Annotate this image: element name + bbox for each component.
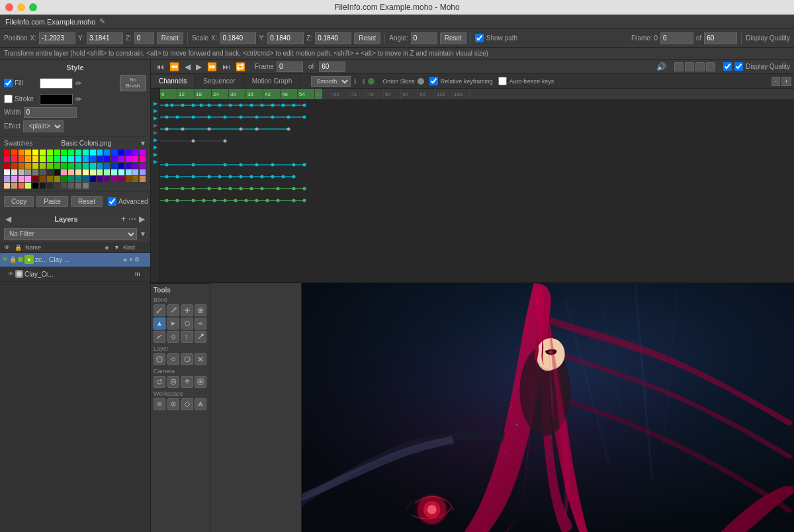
keyframe-dot[interactable] bbox=[208, 127, 211, 130]
swatch-cell[interactable] bbox=[111, 169, 117, 175]
keyframe-dot[interactable] bbox=[192, 187, 195, 190]
keyframe-dot[interactable] bbox=[181, 127, 185, 130]
camera-tool-2[interactable] bbox=[167, 376, 179, 388]
swatch-cell[interactable] bbox=[140, 163, 146, 169]
swatch-cell[interactable] bbox=[32, 150, 38, 155]
layers-menu-btn[interactable]: ⋯ bbox=[127, 214, 138, 224]
keyframe-dot[interactable] bbox=[245, 199, 248, 202]
total-frame-input[interactable] bbox=[319, 62, 345, 72]
no-brush-button[interactable]: NoBrush bbox=[120, 75, 146, 91]
swatch-cell[interactable] bbox=[4, 163, 10, 169]
tab-motion-graph[interactable]: Motion Graph bbox=[244, 75, 301, 87]
swatch-cell[interactable] bbox=[97, 156, 103, 162]
fill-checkbox[interactable] bbox=[4, 79, 13, 87]
fill-pencil-icon[interactable]: ✏ bbox=[75, 79, 82, 88]
display-quality-checkbox2[interactable] bbox=[734, 62, 743, 71]
workspace-tool-3[interactable] bbox=[181, 398, 193, 410]
swatch-cell[interactable] bbox=[140, 150, 146, 155]
keyframe-dot[interactable] bbox=[224, 163, 227, 166]
swatch-cell[interactable] bbox=[47, 169, 53, 175]
keyframe-dot[interactable] bbox=[292, 103, 296, 107]
canvas-area[interactable] bbox=[302, 283, 794, 532]
smooth-select[interactable]: Smooth bbox=[311, 76, 351, 87]
swatch-cell[interactable] bbox=[4, 183, 10, 189]
swatch-cell[interactable] bbox=[68, 169, 74, 175]
swatch-cell[interactable] bbox=[19, 183, 24, 189]
timeline-arrow7[interactable]: ▶ bbox=[154, 144, 157, 150]
swatch-cell[interactable] bbox=[11, 156, 17, 162]
keyframe-dot[interactable] bbox=[165, 127, 169, 130]
swatch-cell[interactable] bbox=[118, 156, 124, 162]
swatch-cell[interactable] bbox=[140, 169, 146, 175]
prev-frame-button[interactable]: ⏪ bbox=[168, 62, 181, 71]
swatch-cell[interactable] bbox=[83, 150, 89, 155]
keyframe-dot[interactable] bbox=[234, 199, 238, 202]
swatch-cell[interactable] bbox=[68, 163, 74, 169]
keyframe-dot[interactable] bbox=[292, 175, 296, 178]
keyframe-dot[interactable] bbox=[192, 199, 195, 202]
reset-button[interactable]: Reset bbox=[71, 196, 103, 207]
swatch-cell[interactable] bbox=[54, 156, 60, 162]
next-button[interactable]: ⏩ bbox=[206, 62, 218, 71]
play-button[interactable]: ▶ bbox=[195, 62, 203, 71]
swatch-cell[interactable] bbox=[25, 169, 31, 175]
swatch-cell[interactable] bbox=[40, 169, 46, 175]
swatch-cell[interactable] bbox=[68, 150, 74, 155]
keyframe-dot[interactable] bbox=[303, 103, 306, 107]
keyframe-dot[interactable] bbox=[255, 199, 259, 202]
fill-color-swatch[interactable] bbox=[40, 78, 73, 89]
swatch-cell[interactable] bbox=[90, 156, 96, 162]
keyframe-dot[interactable] bbox=[176, 115, 179, 118]
copy-button[interactable]: Copy bbox=[4, 196, 34, 207]
workspace-tool-1[interactable] bbox=[154, 398, 165, 410]
keyframe-dot[interactable] bbox=[271, 115, 275, 118]
reset2-button[interactable]: Reset bbox=[354, 32, 380, 44]
swatch-cell[interactable] bbox=[47, 163, 53, 169]
tool-btn-9[interactable] bbox=[154, 331, 165, 343]
swatch-cell[interactable] bbox=[104, 169, 110, 175]
swatch-cell[interactable] bbox=[61, 150, 67, 155]
keyframe-dot[interactable] bbox=[303, 163, 306, 166]
swatch-cell[interactable] bbox=[104, 163, 110, 169]
angle-input[interactable] bbox=[411, 32, 437, 44]
keyframe-dot[interactable] bbox=[255, 163, 259, 166]
filter-select[interactable]: No Filter bbox=[4, 228, 137, 240]
keyframe-dot[interactable] bbox=[176, 175, 179, 178]
swatch-cell[interactable] bbox=[90, 169, 96, 175]
keyframe-dot[interactable] bbox=[192, 175, 195, 178]
keyframe-dot[interactable] bbox=[250, 175, 253, 178]
keyframe-dot[interactable] bbox=[277, 187, 280, 190]
swatch-cell[interactable] bbox=[54, 150, 60, 155]
show-path-checkbox[interactable] bbox=[475, 34, 484, 42]
swatch-cell[interactable] bbox=[111, 156, 117, 162]
swatch-cell[interactable] bbox=[54, 176, 60, 182]
swatch-cell[interactable] bbox=[54, 183, 60, 189]
swatch-cell[interactable] bbox=[54, 169, 60, 175]
swatch-cell[interactable] bbox=[4, 150, 10, 155]
swatch-cell[interactable] bbox=[118, 150, 124, 155]
close-button[interactable] bbox=[5, 3, 13, 11]
swatch-cell[interactable] bbox=[11, 163, 17, 169]
keyframe-dot[interactable] bbox=[261, 103, 264, 107]
keyframe-dot[interactable] bbox=[261, 175, 264, 178]
swatch-cell[interactable] bbox=[19, 176, 24, 182]
keyframe-dot[interactable] bbox=[224, 115, 227, 118]
layer-item[interactable]: 👁 Clay_Cr... In bbox=[0, 267, 150, 282]
layers-add-btn[interactable]: + bbox=[120, 214, 127, 224]
effect-select[interactable]: <plain> bbox=[23, 120, 64, 132]
swatch-cell[interactable] bbox=[40, 163, 46, 169]
swatch-cell[interactable] bbox=[83, 176, 89, 182]
swatch-cell[interactable] bbox=[40, 156, 46, 162]
layer-tool-1[interactable] bbox=[154, 353, 165, 365]
swatch-cell[interactable] bbox=[75, 169, 81, 175]
swatch-cell[interactable] bbox=[25, 156, 31, 162]
next-loop-button[interactable]: ⏭ bbox=[221, 62, 232, 71]
tab-sequencer[interactable]: Sequencer bbox=[195, 75, 243, 87]
tool-btn-1[interactable] bbox=[154, 304, 165, 316]
keyframe-dot[interactable] bbox=[240, 163, 243, 166]
swatch-cell[interactable] bbox=[25, 150, 31, 155]
swatch-cell[interactable] bbox=[132, 176, 138, 182]
layer-tool-4[interactable] bbox=[195, 353, 206, 365]
swatch-cell[interactable] bbox=[25, 176, 31, 182]
swatch-cell[interactable] bbox=[68, 176, 74, 182]
